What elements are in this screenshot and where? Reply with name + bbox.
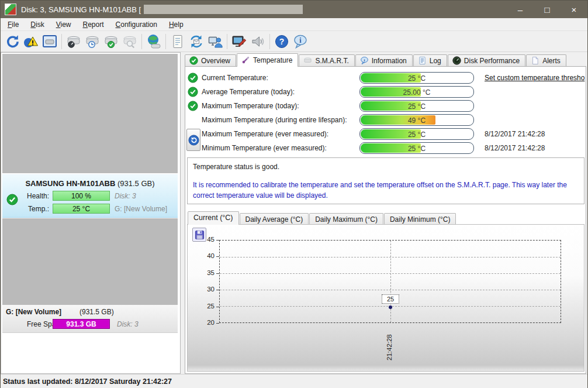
temp-row-average: Average Temperature (today): 25.00 °C	[185, 86, 586, 99]
temperature-tab-content: Current Temperature: 25 °C Average Tempe…	[185, 66, 586, 374]
temp-bar: 25 °C	[359, 100, 474, 112]
app-icon	[5, 4, 16, 15]
svg-text:?: ?	[279, 37, 285, 46]
disk-card-samsung[interactable]: SAMSUNG HN-M101ABB (931.5 GB) Health: 10…	[2, 174, 178, 218]
chart-plot-area: 25	[219, 240, 561, 323]
y-tick-45: 45	[191, 236, 215, 243]
redacted-disk-list-2	[2, 218, 178, 305]
menu-disk[interactable]: Disk	[25, 19, 50, 30]
gauge-icon	[452, 56, 461, 65]
tab-disk-performance[interactable]: Disk Performance	[448, 54, 525, 67]
reset-min-max-button[interactable]	[186, 129, 200, 151]
menu-file[interactable]: File	[2, 19, 25, 30]
toolbar-separator	[141, 34, 142, 49]
main-tab-bar: Overview Temperature S.M.A.R.T. i Inform…	[185, 53, 567, 67]
set-custom-threshold-link[interactable]: Set custom temperature thresho	[485, 74, 584, 82]
toolbar-separator	[61, 34, 62, 49]
volume-size: (931.5 GB)	[79, 308, 114, 316]
volume-title: G: [New Volume]	[6, 308, 61, 316]
disk-card-title: SAMSUNG HN-M101ABB (931.5 GB)	[2, 179, 178, 188]
menu-help[interactable]: Help	[163, 19, 189, 30]
undo-icon	[188, 135, 199, 146]
page-icon	[531, 56, 539, 65]
volume-letter: G: [New Volume]	[115, 205, 167, 213]
warning-status-icon[interactable]	[22, 33, 40, 50]
minimize-button[interactable]: –	[507, 1, 534, 18]
refresh-icon[interactable]	[3, 33, 22, 50]
temp-bar: 25 °C	[53, 204, 110, 214]
y-tick-25: 25	[191, 303, 215, 310]
toolbar-separator	[269, 34, 270, 49]
info-balloon-icon[interactable]: i	[291, 33, 310, 50]
title-bar: Disk: 3, SAMSUNG HN-M101ABB [ – □ ×	[1, 1, 587, 18]
temp-bar: 25 °C	[359, 142, 474, 154]
chart-tab-daily-maximum[interactable]: Daily Maximum (°C)	[309, 213, 383, 225]
app-window: Disk: 3, SAMSUNG HN-M101ABB [ – □ × File…	[0, 0, 588, 388]
data-point	[389, 305, 392, 309]
report-icon[interactable]	[168, 33, 187, 50]
info-balloon-icon: i	[360, 56, 369, 65]
health-label: Health:	[19, 192, 49, 200]
y-tick-30: 30	[191, 286, 215, 293]
svg-text:i: i	[364, 58, 365, 62]
help-icon[interactable]: ?	[272, 33, 291, 50]
status-bar: Status last updated: 8/12/2017 Saturday …	[1, 374, 587, 388]
temp-bar: 25 °C	[359, 72, 474, 84]
tab-alerts[interactable]: Alerts	[526, 54, 566, 67]
send-mail-icon[interactable]	[187, 33, 206, 50]
chart-vertical-gridline	[390, 241, 391, 322]
tab-smart[interactable]: S.M.A.R.T.	[299, 54, 354, 67]
window-title: Disk: 3, SAMSUNG HN-M101ABB [	[21, 5, 141, 14]
chart-tab-daily-average[interactable]: Daily Average (°C)	[240, 213, 309, 225]
check-circle-icon	[189, 56, 198, 65]
y-tick-35: 35	[191, 269, 215, 276]
temperature-chart-panel: 45 40 35 30 25 20 25 21:42:28	[187, 224, 584, 372]
surface-test-icon[interactable]	[230, 33, 248, 50]
document-icon	[418, 56, 427, 65]
sound-icon[interactable]	[248, 33, 267, 50]
tab-information[interactable]: i Information	[355, 54, 413, 67]
maximize-button[interactable]: □	[534, 1, 561, 18]
disk-size: (931.5 GB)	[117, 179, 155, 188]
status-ok-icon	[188, 73, 198, 85]
menu-report[interactable]: Report	[77, 19, 110, 30]
data-point-label: 25	[382, 294, 399, 304]
redacted-disk-list	[2, 54, 178, 173]
temp-bar: 49 °C	[359, 114, 474, 126]
network-icon[interactable]	[206, 33, 224, 50]
disk-icon	[303, 56, 312, 65]
disk-model: SAMSUNG HN-M101ABB	[25, 179, 115, 188]
chart-tab-daily-minimum[interactable]: Daily Minimum (°C)	[384, 213, 456, 225]
temperature-status-message: Temperature status is good.	[193, 162, 579, 172]
temp-row-max-today: Maximum Temperature (today): 25 °C	[185, 100, 586, 113]
free-space-bar: 931.3 GB	[53, 319, 110, 329]
disk-gauge-icon[interactable]	[64, 33, 83, 50]
temperature-recommendation: It is recommended to calibrate the tempe…	[193, 180, 579, 201]
chart-tab-current[interactable]: Current (°C)	[188, 211, 239, 225]
temp-row-max-lifespan: Maximum Temperature (during entire lifes…	[185, 114, 586, 127]
menu-configuration[interactable]: Configuration	[110, 19, 163, 30]
disk-search-icon[interactable]	[120, 33, 139, 50]
y-tick-20: 20	[191, 319, 215, 326]
disk-monitor-icon[interactable]	[40, 33, 59, 50]
tab-log[interactable]: Log	[413, 54, 447, 67]
temperature-message-box: Temperature status is good. It is recomm…	[187, 157, 584, 204]
disk-check-icon[interactable]	[102, 33, 120, 50]
disk-clock-icon[interactable]	[83, 33, 102, 50]
volume-card[interactable]: G: [New Volume] (931.5 GB) Free Space 93…	[2, 305, 178, 333]
menu-bar: File Disk View Report Configuration Help	[1, 18, 587, 31]
status-ok-icon	[188, 101, 198, 113]
max-ever-timestamp: 8/12/2017 21:42:28	[485, 130, 545, 138]
thermometer-icon	[241, 56, 250, 64]
disk-list-panel: SAMSUNG HN-M101ABB (931.5 GB) Health: 10…	[1, 52, 181, 374]
world-disk-icon[interactable]	[144, 33, 163, 50]
close-button[interactable]: ×	[561, 1, 587, 18]
x-axis-tick-label: 21:42:28	[386, 327, 393, 360]
tab-overview[interactable]: Overview	[185, 54, 236, 67]
toolbar-separator	[165, 34, 166, 49]
disk-status-check-icon	[6, 194, 18, 207]
temp-bar: 25.00 °C	[359, 86, 474, 98]
menu-view[interactable]: View	[50, 19, 77, 30]
redacted-title-block	[144, 5, 303, 14]
tab-temperature[interactable]: Temperature	[237, 53, 298, 67]
